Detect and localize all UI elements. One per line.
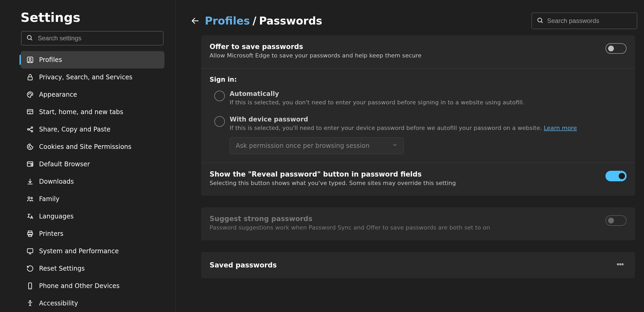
sidebar-item-privacy[interactable]: Privacy, Search, and Services (21, 69, 164, 86)
svg-point-5 (29, 94, 29, 94)
breadcrumb: Profiles / Passwords (205, 15, 322, 27)
radio-device-password[interactable] (214, 116, 225, 127)
suggest-strong-card: Suggest strong passwords Password sugges… (201, 207, 635, 240)
search-passwords-input[interactable] (547, 17, 632, 25)
sidebar-item-label: Phone and Other Devices (39, 282, 120, 290)
radio-automatically[interactable] (214, 91, 225, 101)
radio-option-device-password: With device password If this is selected… (214, 116, 627, 154)
download-icon (25, 177, 35, 186)
sidebar-item-profiles[interactable]: Profiles (21, 51, 164, 69)
svg-point-14 (29, 145, 30, 146)
sidebar-item-label: Printers (39, 230, 63, 237)
breadcrumb-current: Passwords (259, 15, 322, 27)
sidebar-item-cookies[interactable]: Cookies and Site Permissions (21, 138, 164, 155)
svg-point-12 (29, 147, 29, 147)
breadcrumb-parent-link[interactable]: Profiles (205, 15, 250, 27)
svg-point-3 (29, 58, 31, 60)
offer-save-title: Offer to save passwords (210, 43, 599, 51)
sidebar-item-phone[interactable]: Phone and Other Devices (21, 277, 164, 295)
sign-in-section: Sign in: Automatically If this is select… (201, 69, 635, 163)
sidebar-item-label: Downloads (39, 178, 74, 185)
offer-save-section: Offer to save passwords Allow Microsoft … (201, 35, 635, 69)
svg-point-6 (30, 93, 30, 94)
radio-auto-desc: If this is selected, you don't need to e… (230, 99, 627, 107)
suggest-title: Suggest strong passwords (210, 215, 599, 223)
svg-point-7 (31, 94, 32, 94)
profile-icon (25, 55, 35, 65)
sidebar-item-browser[interactable]: Default Browser (21, 155, 164, 173)
search-passwords-box[interactable] (532, 13, 637, 29)
radio-device-desc-text: If this is selected, you'll need to ente… (230, 125, 544, 131)
page-header: // replace back icon with arrow-left gly… (188, 13, 637, 29)
reveal-password-section: Show the "Reveal password" button in pas… (201, 163, 635, 196)
saved-passwords-card: Saved passwords (201, 252, 635, 278)
search-icon (26, 34, 33, 42)
offer-save-toggle[interactable] (605, 43, 627, 54)
settings-sidebar: Settings ProfilesPrivacy, Search, and Se… (0, 0, 176, 312)
svg-rect-25 (27, 249, 33, 253)
sign-in-label: Sign in: (210, 76, 627, 83)
settings-title: Settings (0, 10, 176, 31)
radio-device-desc: If this is selected, you'll need to ente… (230, 124, 627, 132)
system-icon (25, 246, 35, 256)
back-button[interactable] (188, 14, 202, 28)
svg-line-33 (541, 21, 543, 23)
device-password-frequency-select[interactable]: Ask permission once per browsing session (230, 137, 404, 154)
sidebar-item-reset[interactable]: Reset Settings (21, 260, 164, 277)
more-icon (616, 260, 624, 270)
cookie-icon (25, 142, 35, 152)
phone-icon (25, 281, 35, 291)
sidebar-item-label: Start, home, and new tabs (39, 108, 123, 116)
svg-point-10 (31, 127, 33, 128)
language-icon (25, 212, 35, 221)
svg-point-36 (622, 264, 623, 265)
svg-point-11 (31, 130, 33, 132)
search-settings-box[interactable] (21, 31, 163, 45)
sidebar-item-label: Cookies and Site Permissions (39, 143, 131, 150)
printer-icon (25, 229, 35, 238)
learn-more-link[interactable]: Learn more (544, 125, 577, 131)
svg-point-32 (538, 18, 542, 22)
sidebar-item-label: Default Browser (39, 160, 90, 168)
reveal-desc: Selecting this button shows what you've … (210, 179, 599, 187)
sidebar-item-appearance[interactable]: Appearance (21, 86, 164, 103)
svg-line-1 (31, 39, 32, 40)
svg-point-13 (30, 148, 31, 148)
chevron-down-icon (392, 142, 398, 149)
sidebar-item-share[interactable]: Share, Copy and Paste (21, 121, 164, 138)
sidebar-item-system[interactable]: System and Performance (21, 242, 164, 260)
svg-point-30 (30, 301, 31, 302)
more-actions-button[interactable] (614, 259, 627, 271)
lock-icon (25, 72, 35, 82)
sidebar-item-languages[interactable]: Languages (21, 208, 164, 225)
sidebar-item-family[interactable]: Family (21, 190, 164, 208)
sidebar-item-label: Family (39, 195, 59, 203)
saved-passwords-title: Saved passwords (210, 261, 277, 269)
sidebar-item-downloads[interactable]: Downloads (21, 173, 164, 190)
svg-point-20 (28, 197, 30, 199)
sidebar-item-label: System and Performance (39, 247, 119, 255)
passwords-main-card: Offer to save passwords Allow Microsoft … (201, 35, 635, 196)
sidebar-item-label: Languages (39, 213, 74, 220)
svg-point-35 (620, 264, 621, 265)
sidebar-item-label: Accessibility (39, 300, 78, 307)
sidebar-item-label: Share, Copy and Paste (39, 126, 111, 133)
radio-device-title: With device password (230, 116, 627, 123)
radio-option-automatically: Automatically If this is selected, you d… (214, 90, 627, 107)
sidebar-item-start[interactable]: Start, home, and new tabs (21, 103, 164, 121)
offer-save-desc: Allow Microsoft Edge to save your passwo… (210, 52, 599, 60)
reveal-title: Show the "Reveal password" button in pas… (210, 170, 599, 178)
select-value: Ask permission once per browsing session (236, 142, 370, 149)
settings-main: // replace back icon with arrow-left gly… (176, 0, 644, 312)
sidebar-item-label: Profiles (39, 56, 62, 64)
sidebar-item-accessibility[interactable]: Accessibility (21, 295, 164, 312)
search-settings-input[interactable] (38, 35, 158, 42)
breadcrumb-separator: / (253, 15, 257, 27)
accessibility-icon (25, 299, 35, 308)
power-icon (25, 107, 35, 117)
reveal-toggle[interactable] (605, 171, 627, 181)
svg-point-9 (27, 129, 29, 130)
reset-icon (25, 264, 35, 273)
sidebar-item-printers[interactable]: Printers (21, 225, 164, 242)
svg-point-34 (617, 264, 619, 265)
